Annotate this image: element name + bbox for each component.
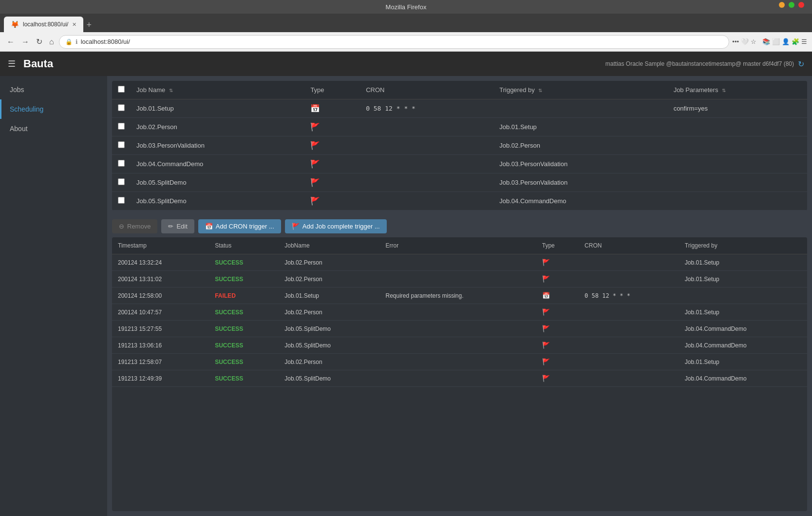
log-triggered-by: Job.01.Setup: [679, 304, 807, 321]
browser-tab[interactable]: 🦊 localhost:8080/ui/ ✕: [4, 17, 83, 32]
row-type: 📅: [304, 99, 360, 118]
row-triggered-by: Job.01.Setup: [493, 118, 667, 136]
table-row: Job.04.CommandDemo 🚩 Job.03.PersonValida…: [112, 155, 807, 173]
row-checkbox-cell: [112, 136, 131, 155]
remove-button[interactable]: ⊖ Remove: [112, 219, 157, 233]
log-type: 🚩: [536, 370, 579, 387]
log-cron: [579, 254, 679, 271]
back-button[interactable]: ←: [5, 36, 17, 48]
row-type: 🚩: [304, 136, 360, 155]
address-text: localhost:8080/ui/: [81, 38, 130, 45]
table-row: Job.02.Person 🚩 Job.01.Setup: [112, 118, 807, 136]
add-job-trigger-button[interactable]: 🚩 Add Job complete trigger ...: [285, 219, 387, 233]
new-tab-button[interactable]: +: [83, 20, 92, 32]
star-button[interactable]: ☆: [751, 38, 756, 45]
tab-sync-button[interactable]: ⬜: [772, 38, 780, 45]
row-cron: [360, 155, 493, 173]
log-row: 200124 13:32:24 SUCCESS Job.02.Person 🚩 …: [112, 254, 807, 271]
log-type: 🚩: [536, 337, 579, 354]
log-jobname: Job.02.Person: [279, 271, 379, 287]
row-triggered-by: Job.03.PersonValidation: [493, 173, 667, 192]
log-type: 🚩: [536, 254, 579, 271]
log-status: SUCCESS: [209, 370, 279, 387]
app-refresh-icon[interactable]: ↻: [798, 59, 804, 69]
add-cron-button[interactable]: 📅 Add CRON trigger ...: [198, 219, 281, 233]
address-bar[interactable]: 🔒 ℹ localhost:8080/ui/: [59, 35, 730, 49]
log-type: 📅: [536, 287, 579, 304]
row-checkbox-1[interactable]: [118, 123, 125, 130]
maximize-button[interactable]: [789, 2, 794, 8]
log-timestamp: 191213 12:49:39: [112, 370, 209, 387]
log-jobname: Job.02.Person: [279, 304, 379, 321]
row-type: 🚩: [304, 192, 360, 210]
header-type: Type: [304, 81, 360, 99]
sidebar-item-scheduling[interactable]: Scheduling: [0, 99, 107, 119]
log-error: [379, 337, 536, 354]
row-checkbox-4[interactable]: [118, 178, 125, 185]
log-status: SUCCESS: [209, 337, 279, 354]
log-type: 🚩: [536, 321, 579, 337]
app-header-right: mattias Oracle Sample @bautainstancetime…: [605, 59, 804, 69]
hamburger-menu-button[interactable]: ☰: [801, 38, 807, 45]
log-type: 🚩: [536, 271, 579, 287]
log-status: SUCCESS: [209, 271, 279, 287]
log-cron: [579, 337, 679, 354]
select-all-checkbox[interactable]: [118, 86, 125, 93]
tab-close-button[interactable]: ✕: [72, 21, 76, 28]
row-checkbox-0[interactable]: [118, 104, 125, 111]
table-row: Job.05.SplitDemo 🚩 Job.04.CommandDemo: [112, 192, 807, 210]
row-checkbox-2[interactable]: [118, 141, 125, 148]
log-timestamp: 191213 13:06:16: [112, 337, 209, 354]
action-toolbar: ⊖ Remove ✏ Edit 📅 Add CRON trigger ... 🚩…: [112, 215, 807, 237]
sidebar: Jobs Scheduling About: [0, 76, 107, 516]
row-triggered-by: [493, 99, 667, 118]
row-type: 🚩: [304, 173, 360, 192]
row-checkbox-5[interactable]: [118, 197, 125, 204]
row-cron: [360, 192, 493, 210]
home-button[interactable]: ⌂: [47, 36, 56, 48]
sidebar-toggle-button[interactable]: ☰: [8, 58, 16, 69]
minimize-button[interactable]: [779, 2, 785, 8]
lower-table-container: Timestamp Status JobName Error Type CRON…: [112, 237, 807, 511]
refresh-button[interactable]: ↻: [34, 35, 44, 48]
app-title: Bauta: [23, 57, 53, 70]
log-status: FAILED: [209, 287, 279, 304]
log-jobname: Job.05.SplitDemo: [279, 337, 379, 354]
log-cron: 0 58 12 * * *: [579, 287, 679, 304]
job-icon: 🚩: [292, 223, 300, 230]
row-job-name: Job.05.SplitDemo: [131, 192, 304, 210]
row-checkbox-3[interactable]: [118, 160, 125, 167]
log-cron: [579, 321, 679, 337]
row-params: [668, 192, 807, 210]
table-row: Job.01.Setup 📅 0 58 12 * * * confirm=yes: [112, 99, 807, 118]
row-params: confirm=yes: [668, 99, 807, 118]
log-error: Required parameters missing.: [379, 287, 536, 304]
log-row: 191213 13:06:16 SUCCESS Job.05.SplitDemo…: [112, 337, 807, 354]
row-checkbox-cell: [112, 99, 131, 118]
sidebar-item-about[interactable]: About: [0, 119, 107, 138]
tab-title: localhost:8080/ui/: [23, 21, 68, 28]
log-triggered-by: Job.04.CommandDemo: [679, 321, 807, 337]
log-triggered-by: Job.01.Setup: [679, 354, 807, 370]
extensions-button[interactable]: 🧩: [792, 38, 799, 45]
sidebar-item-jobs[interactable]: Jobs: [0, 80, 107, 99]
log-jobname: Job.05.SplitDemo: [279, 370, 379, 387]
log-header-triggered-by: Triggered by: [679, 237, 807, 254]
account-button[interactable]: 👤: [782, 38, 790, 45]
log-header-error: Error: [379, 237, 536, 254]
log-header-type: Type: [536, 237, 579, 254]
close-button[interactable]: [798, 2, 804, 8]
log-error: [379, 271, 536, 287]
log-jobname: Job.05.SplitDemo: [279, 321, 379, 337]
menu-dots-button[interactable]: •••: [732, 38, 739, 45]
library-button[interactable]: 📚: [762, 38, 770, 45]
log-triggered-by: Job.01.Setup: [679, 271, 807, 287]
header-cron: CRON: [360, 81, 493, 99]
log-triggered-by: Job.01.Setup: [679, 254, 807, 271]
row-type: 🚩: [304, 118, 360, 136]
edit-button[interactable]: ✏ Edit: [161, 219, 194, 233]
bookmark-button[interactable]: 🤍: [741, 38, 749, 45]
header-job-parameters: Job Parameters ⇅: [668, 81, 807, 99]
app-body: Jobs Scheduling About Job: [0, 76, 812, 516]
forward-button[interactable]: →: [19, 36, 31, 48]
